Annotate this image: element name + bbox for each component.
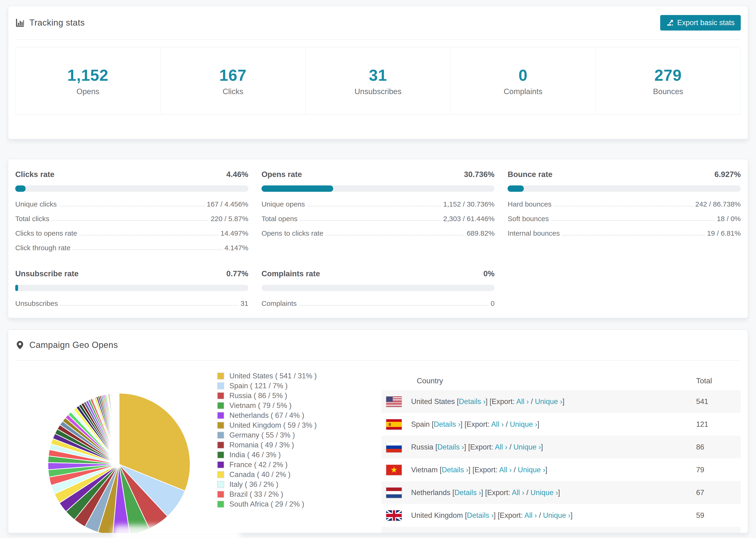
details-link[interactable]: Details › <box>459 398 486 405</box>
geo-opens-header: Campaign Geo Opens <box>8 330 748 360</box>
tracking-stats-title-group: Tracking stats <box>15 18 85 28</box>
legend-swatch <box>217 481 224 488</box>
export-all-link[interactable]: All › <box>512 488 524 497</box>
stat-row-click-through-rate: Click through rate4.147% <box>15 244 248 252</box>
export-basic-stats-button[interactable]: Export basic stats <box>660 15 741 30</box>
legend-item-canada: Canada ( 40 / 2% ) <box>217 470 382 480</box>
total-column-header: Total <box>696 377 741 385</box>
progress-bar-track <box>261 285 495 291</box>
dotted-leader <box>59 206 204 206</box>
legend-swatch <box>217 461 224 468</box>
rate-title-row: Unsubscribe rate0.77% <box>15 269 248 278</box>
geo-table: Country Total United States [Details ›] … <box>382 371 741 533</box>
country-cell: Russia [Details ›] [Export: All › / Uniq… <box>411 443 696 452</box>
rate-block-unsubscribe-rate: Unsubscribe rate0.77%Unsubscribes31 <box>15 269 248 307</box>
summary-stats-row: 1,152Opens167Clicks31Unsubscribes0Compla… <box>15 47 741 115</box>
export-icon <box>666 19 674 27</box>
export-unique-link[interactable]: Unique › <box>518 466 545 474</box>
total-cell: 541 <box>696 398 741 406</box>
export-unique-link[interactable]: Unique › <box>535 398 562 405</box>
stat-row-unique-opens: Unique opens1,152 / 30.736% <box>261 200 495 208</box>
stat-value: 689.82% <box>467 229 495 237</box>
stat-value: 167 / 4.456% <box>207 200 248 208</box>
stat-label: Clicks to opens rate <box>15 229 77 237</box>
legend-label: Italy ( 36 / 2% ) <box>229 480 278 489</box>
summary-value: 0 <box>451 66 595 84</box>
export-unique-link[interactable]: Unique › <box>510 420 537 428</box>
progress-bar-fill <box>15 186 26 192</box>
stat-label: Click through rate <box>15 244 71 252</box>
stat-label: Hard bounces <box>508 200 552 208</box>
stat-value: 18 / 0% <box>717 215 741 223</box>
header-divider <box>15 39 741 40</box>
rate-value: 6.927% <box>715 170 741 179</box>
rate-title: Bounce rate <box>508 170 553 179</box>
progress-bar-fill <box>261 186 333 192</box>
export-unique-link[interactable]: Unique › <box>513 443 541 451</box>
total-cell: 79 <box>696 466 741 474</box>
stat-label: Unique clicks <box>15 200 57 208</box>
stat-value: 1,152 / 30.736% <box>443 200 495 208</box>
stat-value: 31 <box>241 299 248 307</box>
summary-value: 167 <box>161 66 305 84</box>
legend-swatch <box>217 372 224 380</box>
stat-row-unique-clicks: Unique clicks167 / 4.456% <box>15 200 248 208</box>
dotted-leader <box>299 305 488 306</box>
details-link[interactable]: Details › <box>467 511 494 519</box>
summary-stat-complaints: 0Complaints <box>451 47 596 114</box>
stat-value: 242 / 86.738% <box>695 200 741 208</box>
legend-item-germany: Germany ( 55 / 3% ) <box>217 430 382 440</box>
dotted-leader <box>80 235 218 236</box>
tracking-stats-header: Tracking stats Export basic stats <box>8 6 748 39</box>
export-all-link[interactable]: All › <box>491 420 504 428</box>
legend-label: Canada ( 40 / 2% ) <box>229 470 291 479</box>
stat-row-clicks-to-opens-rate: Clicks to opens rate14.497% <box>15 229 248 237</box>
dotted-leader <box>300 220 441 221</box>
geo-legend: United States ( 541 / 31% )Spain ( 121 /… <box>217 361 382 509</box>
legend-label: Vietnam ( 79 / 5% ) <box>229 402 292 410</box>
rate-rows: Unique clicks167 / 4.456%Total clicks220… <box>15 200 248 252</box>
flag-gb-icon <box>386 510 402 521</box>
flag-nl-icon <box>386 488 402 498</box>
export-all-link[interactable]: All › <box>516 398 529 405</box>
flag-vn-icon <box>386 465 402 475</box>
rate-rows: Unsubscribes31 <box>15 299 248 307</box>
stat-label: Internal bounces <box>508 229 560 237</box>
flag-ru-icon <box>386 442 402 452</box>
details-link[interactable]: Details › <box>454 488 481 497</box>
summary-value: 31 <box>306 66 451 84</box>
details-link[interactable]: Details › <box>434 420 460 428</box>
legend-label: France ( 42 / 2% ) <box>229 460 288 469</box>
legend-label: Brazil ( 33 / 2% ) <box>229 490 283 499</box>
legend-item-spain: Spain ( 121 / 7% ) <box>217 381 382 391</box>
legend-swatch <box>217 432 224 439</box>
legend-item-vietnam: Vietnam ( 79 / 5% ) <box>217 401 382 410</box>
rate-block-opens-rate: Opens rate30.736%Unique opens1,152 / 30.… <box>261 170 495 252</box>
details-link[interactable]: Details › <box>442 466 468 474</box>
dotted-leader <box>73 249 222 250</box>
legend-label: South Africa ( 29 / 2% ) <box>229 500 304 509</box>
legend-swatch <box>217 412 224 419</box>
dotted-leader <box>307 206 441 206</box>
stat-label: Unique opens <box>261 200 305 208</box>
rate-rows: Complaints0 <box>261 299 495 307</box>
progress-bar-track <box>15 186 248 192</box>
rate-title: Complaints rate <box>261 269 320 278</box>
export-unique-link[interactable]: Unique › <box>530 488 558 497</box>
progress-bar-fill <box>508 186 524 192</box>
section-title: Campaign Geo Opens <box>29 340 118 350</box>
stat-value: 220 / 5.87% <box>211 215 248 223</box>
legend-label: United Kingdom ( 59 / 3% ) <box>229 421 317 430</box>
export-unique-link[interactable]: Unique › <box>543 511 570 519</box>
stat-row-soft-bounces: Soft bounces18 / 0% <box>508 215 741 223</box>
legend-item-romania: Romania ( 49 / 3% ) <box>217 440 382 450</box>
legend-swatch <box>217 382 224 389</box>
export-all-link[interactable]: All › <box>495 443 507 451</box>
export-all-link[interactable]: All › <box>499 466 512 474</box>
stat-row-internal-bounces: Internal bounces19 / 6.81% <box>508 229 741 237</box>
legend-swatch <box>217 471 224 478</box>
details-link[interactable]: Details › <box>437 443 464 451</box>
rate-value: 0% <box>483 269 495 278</box>
export-all-link[interactable]: All › <box>524 511 537 519</box>
legend-swatch <box>217 402 224 409</box>
